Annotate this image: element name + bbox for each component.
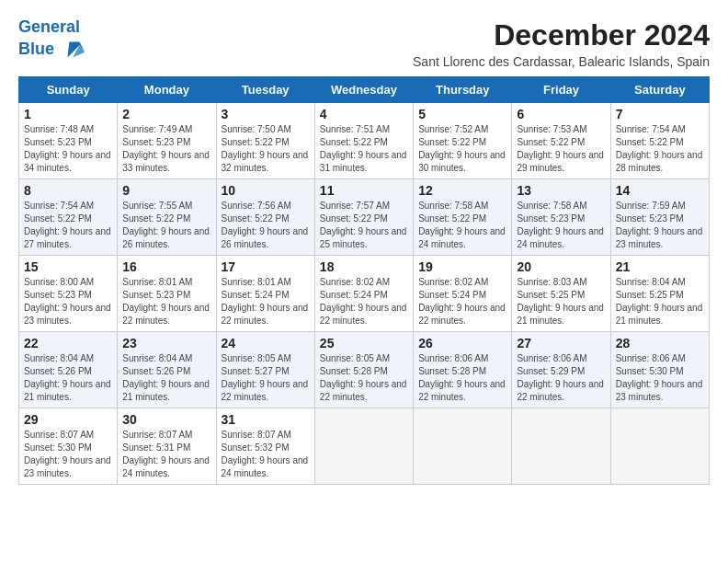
day-info: Sunrise: 7:58 AM Sunset: 5:22 PM Dayligh… <box>418 200 506 251</box>
calendar-cell: 9 Sunrise: 7:55 AM Sunset: 5:22 PM Dayli… <box>118 179 216 256</box>
calendar-cell: 4 Sunrise: 7:51 AM Sunset: 5:22 PM Dayli… <box>314 103 413 179</box>
day-number: 14 <box>616 183 704 198</box>
day-info: Sunrise: 7:48 AM Sunset: 5:23 PM Dayligh… <box>24 123 112 175</box>
week-row-2: 8 Sunrise: 7:54 AM Sunset: 5:22 PM Dayli… <box>19 179 710 256</box>
day-info: Sunrise: 8:05 AM Sunset: 5:27 PM Dayligh… <box>222 352 310 404</box>
logo: General Blue <box>18 18 86 63</box>
day-number: 16 <box>122 259 210 274</box>
weekday-header-thursday: Thursday <box>414 77 512 103</box>
day-number: 21 <box>616 259 704 274</box>
day-number: 3 <box>222 107 310 121</box>
day-info: Sunrise: 7:52 AM Sunset: 5:22 PM Dayligh… <box>418 123 506 175</box>
day-number: 4 <box>320 107 408 121</box>
calendar-cell: 27 Sunrise: 8:06 AM Sunset: 5:29 PM Dayl… <box>512 332 610 408</box>
day-info: Sunrise: 7:56 AM Sunset: 5:22 PM Dayligh… <box>222 200 310 251</box>
calendar-cell: 29 Sunrise: 8:07 AM Sunset: 5:30 PM Dayl… <box>19 408 118 485</box>
day-info: Sunrise: 8:07 AM Sunset: 5:30 PM Dayligh… <box>24 429 112 480</box>
day-info: Sunrise: 8:01 AM Sunset: 5:23 PM Dayligh… <box>122 276 210 327</box>
day-info: Sunrise: 8:06 AM Sunset: 5:30 PM Dayligh… <box>616 352 704 404</box>
day-number: 5 <box>418 107 506 121</box>
day-number: 24 <box>222 336 310 350</box>
day-info: Sunrise: 8:00 AM Sunset: 5:23 PM Dayligh… <box>24 276 112 327</box>
calendar-cell: 22 Sunrise: 8:04 AM Sunset: 5:26 PM Dayl… <box>19 332 118 408</box>
day-number: 2 <box>122 107 210 121</box>
day-info: Sunrise: 8:01 AM Sunset: 5:24 PM Dayligh… <box>222 276 310 327</box>
calendar-cell: 30 Sunrise: 8:07 AM Sunset: 5:31 PM Dayl… <box>118 408 216 485</box>
week-row-5: 29 Sunrise: 8:07 AM Sunset: 5:30 PM Dayl… <box>19 408 710 485</box>
day-number: 15 <box>24 259 112 274</box>
calendar-table: SundayMondayTuesdayWednesdayThursdayFrid… <box>18 76 710 485</box>
calendar-cell: 2 Sunrise: 7:49 AM Sunset: 5:23 PM Dayli… <box>118 103 216 179</box>
day-info: Sunrise: 7:58 AM Sunset: 5:23 PM Dayligh… <box>517 200 605 251</box>
day-number: 8 <box>24 183 112 198</box>
weekday-header-monday: Monday <box>118 77 216 103</box>
title-block: December 2024 Sant Llorenc des Cardassar… <box>413 18 710 69</box>
day-number: 1 <box>24 107 112 121</box>
calendar-cell: 24 Sunrise: 8:05 AM Sunset: 5:27 PM Dayl… <box>216 332 314 408</box>
calendar-cell: 20 Sunrise: 8:03 AM Sunset: 5:25 PM Dayl… <box>512 256 610 332</box>
week-row-4: 22 Sunrise: 8:04 AM Sunset: 5:26 PM Dayl… <box>19 332 710 408</box>
day-info: Sunrise: 7:54 AM Sunset: 5:22 PM Dayligh… <box>616 123 704 175</box>
day-info: Sunrise: 8:05 AM Sunset: 5:28 PM Dayligh… <box>320 352 408 404</box>
day-info: Sunrise: 8:02 AM Sunset: 5:24 PM Dayligh… <box>320 276 408 327</box>
day-number: 28 <box>616 336 704 350</box>
location: Sant Llorenc des Cardassar, Balearic Isl… <box>413 54 710 69</box>
calendar-cell: 28 Sunrise: 8:06 AM Sunset: 5:30 PM Dayl… <box>610 332 709 408</box>
day-info: Sunrise: 7:54 AM Sunset: 5:22 PM Dayligh… <box>24 200 112 251</box>
day-number: 18 <box>320 259 408 274</box>
day-number: 7 <box>616 107 704 121</box>
calendar-cell: 8 Sunrise: 7:54 AM Sunset: 5:22 PM Dayli… <box>19 179 118 256</box>
calendar-cell: 19 Sunrise: 8:02 AM Sunset: 5:24 PM Dayl… <box>414 256 512 332</box>
calendar-cell: 21 Sunrise: 8:04 AM Sunset: 5:25 PM Dayl… <box>610 256 709 332</box>
day-info: Sunrise: 7:53 AM Sunset: 5:22 PM Dayligh… <box>517 123 605 175</box>
day-number: 11 <box>320 183 408 198</box>
month-year: December 2024 <box>413 18 710 52</box>
day-number: 23 <box>122 336 210 350</box>
calendar-cell: 7 Sunrise: 7:54 AM Sunset: 5:22 PM Dayli… <box>610 103 709 179</box>
calendar-cell: 12 Sunrise: 7:58 AM Sunset: 5:22 PM Dayl… <box>414 179 512 256</box>
day-info: Sunrise: 7:55 AM Sunset: 5:22 PM Dayligh… <box>122 200 210 251</box>
weekday-header-sunday: Sunday <box>19 77 118 103</box>
day-info: Sunrise: 8:04 AM Sunset: 5:26 PM Dayligh… <box>122 352 210 404</box>
calendar-cell: 11 Sunrise: 7:57 AM Sunset: 5:22 PM Dayl… <box>314 179 413 256</box>
day-info: Sunrise: 8:03 AM Sunset: 5:25 PM Dayligh… <box>517 276 605 327</box>
day-number: 12 <box>418 183 506 198</box>
calendar-cell: 1 Sunrise: 7:48 AM Sunset: 5:23 PM Dayli… <box>19 103 118 179</box>
calendar-cell: 6 Sunrise: 7:53 AM Sunset: 5:22 PM Dayli… <box>512 103 610 179</box>
day-info: Sunrise: 8:07 AM Sunset: 5:31 PM Dayligh… <box>122 429 210 480</box>
day-info: Sunrise: 8:04 AM Sunset: 5:26 PM Dayligh… <box>24 352 112 404</box>
day-number: 31 <box>222 412 310 427</box>
day-number: 20 <box>517 259 605 274</box>
weekday-header-saturday: Saturday <box>610 77 709 103</box>
calendar-cell: 17 Sunrise: 8:01 AM Sunset: 5:24 PM Dayl… <box>216 256 314 332</box>
day-number: 10 <box>222 183 310 198</box>
day-info: Sunrise: 7:59 AM Sunset: 5:23 PM Dayligh… <box>616 200 704 251</box>
calendar-cell <box>610 408 709 485</box>
day-number: 30 <box>122 412 210 427</box>
day-number: 25 <box>320 336 408 350</box>
week-row-3: 15 Sunrise: 8:00 AM Sunset: 5:23 PM Dayl… <box>19 256 710 332</box>
logo-text: General <box>18 18 86 37</box>
calendar-cell: 14 Sunrise: 7:59 AM Sunset: 5:23 PM Dayl… <box>610 179 709 256</box>
day-number: 26 <box>418 336 506 350</box>
page-header: General Blue December 2024 Sant Llorenc … <box>18 18 710 69</box>
day-info: Sunrise: 8:06 AM Sunset: 5:29 PM Dayligh… <box>517 352 605 404</box>
weekday-header-row: SundayMondayTuesdayWednesdayThursdayFrid… <box>19 77 710 103</box>
calendar-cell: 13 Sunrise: 7:58 AM Sunset: 5:23 PM Dayl… <box>512 179 610 256</box>
calendar-cell: 3 Sunrise: 7:50 AM Sunset: 5:22 PM Dayli… <box>216 103 314 179</box>
day-info: Sunrise: 7:50 AM Sunset: 5:22 PM Dayligh… <box>222 123 310 175</box>
day-info: Sunrise: 8:07 AM Sunset: 5:32 PM Dayligh… <box>222 429 310 480</box>
day-number: 13 <box>517 183 605 198</box>
calendar-cell: 26 Sunrise: 8:06 AM Sunset: 5:28 PM Dayl… <box>414 332 512 408</box>
weekday-header-tuesday: Tuesday <box>216 77 314 103</box>
calendar-cell: 5 Sunrise: 7:52 AM Sunset: 5:22 PM Dayli… <box>414 103 512 179</box>
calendar-cell: 18 Sunrise: 8:02 AM Sunset: 5:24 PM Dayl… <box>314 256 413 332</box>
calendar-cell <box>512 408 610 485</box>
day-number: 22 <box>24 336 112 350</box>
calendar-cell: 25 Sunrise: 8:05 AM Sunset: 5:28 PM Dayl… <box>314 332 413 408</box>
weekday-header-wednesday: Wednesday <box>314 77 413 103</box>
calendar-cell: 23 Sunrise: 8:04 AM Sunset: 5:26 PM Dayl… <box>118 332 216 408</box>
weekday-header-friday: Friday <box>512 77 610 103</box>
day-number: 29 <box>24 412 112 427</box>
day-info: Sunrise: 7:49 AM Sunset: 5:23 PM Dayligh… <box>122 123 210 175</box>
